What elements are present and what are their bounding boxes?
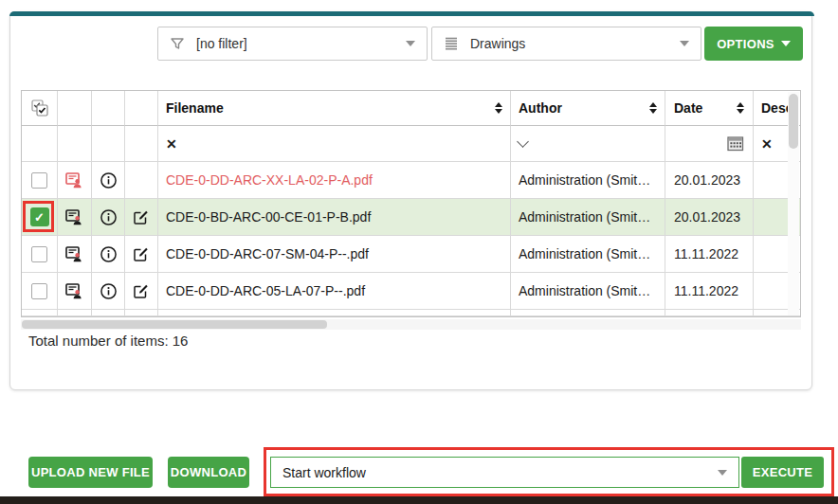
horizontal-scrollbar-thumb[interactable] [22,320,327,329]
table-row: CDE-0-BD-ARC-00-CE-01-P-B.pdf Administra… [22,199,800,236]
author-value: Administration (Smit… [519,246,650,261]
date-cell: 11.11.2022 [665,273,754,310]
partial-cell [665,310,754,316]
filename-cell: CDE-0-BD-ARC-00-CE-01-P-B.pdf [158,199,511,236]
row-checkbox[interactable] [31,172,47,189]
filename-link[interactable]: CDE-0-DD-ARC-05-LA-07-P--.pdf [166,283,365,298]
view-dropdown-value: Drawings [470,36,668,51]
info-icon[interactable] [100,171,118,189]
chevron-down-icon [680,41,689,46]
filename-column-header[interactable]: Filename [158,91,511,126]
author-header-label: Author [519,100,562,116]
document-user-icon[interactable] [65,283,83,299]
vertical-scrollbar-thumb[interactable] [789,94,798,149]
row-checkbox[interactable] [31,283,47,299]
author-filter-cell[interactable] [511,126,665,162]
filter-cell-empty [125,126,158,162]
row-checkbox[interactable] [31,246,47,262]
edit-icon[interactable] [133,208,150,225]
partial-cell [22,310,58,316]
clear-filter-icon[interactable]: ✕ [166,136,177,152]
date-header-label: Date [674,100,702,116]
filename-cell: CDE-0-DD-ARC-XX-LA-02-P-A.pdf [158,162,511,199]
date-value: 11.11.2022 [674,283,738,298]
author-column-header[interactable]: Author [511,91,665,126]
filter-dropdown-value: [no filter] [196,36,394,51]
chevron-down-icon [781,41,791,46]
vertical-scrollbar[interactable] [788,92,799,315]
table-filter-row: ✕ ✕ [22,126,800,162]
date-column-header[interactable]: Date [665,91,754,126]
info-cell [92,199,125,236]
filter-cell-empty [58,126,92,162]
author-value: Administration (Smit… [519,172,650,188]
status-cell [58,273,92,310]
filename-link[interactable]: CDE-0-BD-ARC-00-CE-01-P-B.pdf [166,209,371,225]
info-icon[interactable] [100,282,118,300]
download-button[interactable]: DOWNLOAD [168,457,249,488]
workflow-select[interactable]: Start workflow [270,457,739,488]
status-cell [58,162,92,199]
options-button[interactable]: OPTIONS [704,27,803,61]
sort-icon [737,102,744,114]
info-icon[interactable] [100,245,118,263]
document-user-icon[interactable] [65,172,83,189]
checkbox-cell [22,162,58,199]
filename-link[interactable]: CDE-0-DD-ARC-XX-LA-02-P-A.pdf [166,172,373,188]
edit-icon[interactable] [133,282,150,299]
checkbox-cell [22,199,58,236]
upload-new-file-button[interactable]: UPLOAD NEW FILE [28,457,153,488]
date-value: 20.01.2023 [674,209,740,225]
total-items-label: Total number of items: 16 [28,333,188,349]
status-cell [58,199,92,236]
horizontal-scrollbar[interactable] [21,319,801,330]
author-cell: Administration (Smit… [511,273,665,310]
row-checkbox[interactable] [30,207,49,226]
filename-header-label: Filename [166,100,224,116]
filename-filter-cell[interactable]: ✕ [158,126,511,162]
document-manager-page: [no filter] Drawings OPTIONS [0,0,838,504]
edit-cell [125,199,158,236]
info-column-header [92,91,125,126]
download-button-label: DOWNLOAD [171,465,246,479]
filename-link[interactable]: CDE-0-DD-ARC-07-SM-04-P--.pdf [166,246,369,261]
filter-cell-empty [22,126,58,162]
table-row: CDE-0-DD-ARC-XX-LA-02-P-A.pdf Administra… [22,162,800,199]
partial-row [22,310,800,316]
list-icon [444,36,459,51]
document-user-icon[interactable] [65,209,83,225]
execute-button[interactable]: EXECUTE [741,457,824,488]
partial-cell [158,310,511,316]
edit-cell [125,236,158,273]
status-cell [58,236,92,273]
date-filter-cell[interactable] [665,126,754,162]
view-dropdown[interactable]: Drawings [431,27,701,61]
funnel-icon [170,36,185,51]
document-user-icon[interactable] [65,246,83,262]
calendar-icon[interactable] [727,135,744,152]
clear-filter-icon[interactable]: ✕ [761,136,773,152]
author-cell: Administration (Smit… [511,199,665,236]
edit-icon[interactable] [133,245,150,262]
author-value: Administration (Smit… [519,209,650,225]
chevron-down-icon [718,470,727,476]
execute-button-label: EXECUTE [753,465,813,479]
edit-cell [125,162,158,199]
sort-icon [495,102,502,114]
filter-dropdown[interactable]: [no filter] [157,27,428,61]
chevron-down-icon [517,135,529,148]
partial-cell [58,310,92,316]
partial-cell [125,310,158,316]
checkbox-cell [22,236,58,273]
filter-cell-empty [92,126,125,162]
date-cell: 11.11.2022 [665,236,754,273]
workflow-select-value: Start workflow [282,465,718,480]
table-body: CDE-0-DD-ARC-XX-LA-02-P-A.pdf Administra… [22,162,800,310]
date-value: 11.11.2022 [674,246,738,261]
select-all-header[interactable] [22,91,58,126]
info-icon[interactable] [100,208,118,226]
options-button-label: OPTIONS [717,37,774,51]
info-cell [92,273,125,310]
author-value: Administration (Smit… [519,283,650,298]
checkbox-cell [22,273,58,310]
